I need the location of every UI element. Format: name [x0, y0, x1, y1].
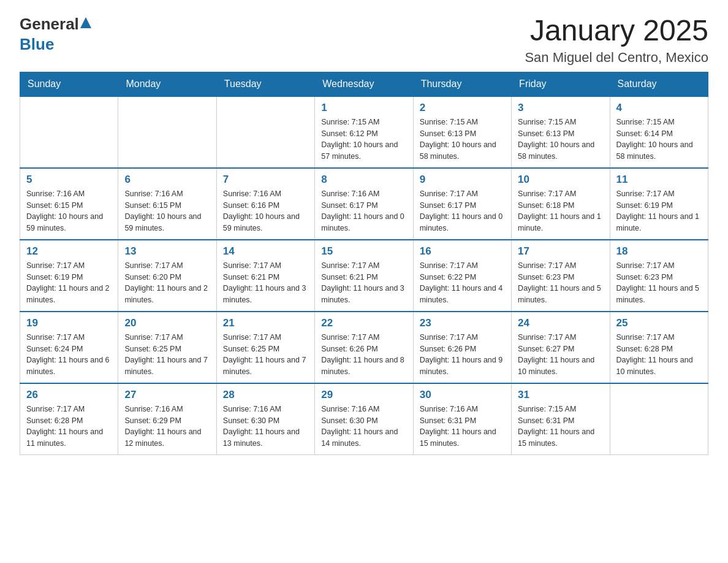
calendar-day-header: Sunday	[20, 72, 118, 96]
day-number: 24	[518, 317, 603, 329]
calendar-cell: 4Sunrise: 7:15 AMSunset: 6:14 PMDaylight…	[610, 96, 708, 168]
day-number: 10	[518, 174, 603, 186]
day-info: Sunrise: 7:17 AMSunset: 6:21 PMDaylight:…	[223, 260, 308, 306]
day-number: 29	[321, 389, 406, 401]
calendar-cell: 19Sunrise: 7:17 AMSunset: 6:24 PMDayligh…	[20, 312, 118, 383]
calendar-cell: 11Sunrise: 7:17 AMSunset: 6:19 PMDayligh…	[610, 168, 708, 240]
title-block: January 2025 San Miguel del Centro, Mexi…	[525, 15, 708, 66]
calendar-week-row: 5Sunrise: 7:16 AMSunset: 6:15 PMDaylight…	[20, 168, 708, 240]
calendar-day-header: Friday	[512, 72, 610, 96]
calendar-cell: 12Sunrise: 7:17 AMSunset: 6:19 PMDayligh…	[20, 240, 118, 312]
calendar-day-header: Wednesday	[315, 72, 413, 96]
calendar-cell: 16Sunrise: 7:17 AMSunset: 6:22 PMDayligh…	[413, 240, 511, 312]
calendar-week-row: 12Sunrise: 7:17 AMSunset: 6:19 PMDayligh…	[20, 240, 708, 312]
day-number: 11	[616, 174, 702, 186]
calendar-header-row: SundayMondayTuesdayWednesdayThursdayFrid…	[20, 72, 708, 96]
calendar-day-header: Tuesday	[216, 72, 314, 96]
day-info: Sunrise: 7:16 AMSunset: 6:30 PMDaylight:…	[321, 404, 406, 450]
day-info: Sunrise: 7:17 AMSunset: 6:19 PMDaylight:…	[26, 260, 112, 306]
day-number: 27	[124, 389, 210, 401]
calendar-cell: 5Sunrise: 7:16 AMSunset: 6:15 PMDaylight…	[20, 168, 118, 240]
subtitle: San Miguel del Centro, Mexico	[525, 50, 708, 66]
calendar-week-row: 1Sunrise: 7:15 AMSunset: 6:12 PMDaylight…	[20, 96, 708, 168]
calendar-cell: 13Sunrise: 7:17 AMSunset: 6:20 PMDayligh…	[118, 240, 216, 312]
calendar-cell	[216, 96, 314, 168]
calendar-cell: 29Sunrise: 7:16 AMSunset: 6:30 PMDayligh…	[315, 383, 413, 455]
day-number: 23	[420, 317, 505, 329]
calendar-cell: 18Sunrise: 7:17 AMSunset: 6:23 PMDayligh…	[610, 240, 708, 312]
calendar-cell	[20, 96, 118, 168]
main-title: January 2025	[525, 15, 708, 47]
day-info: Sunrise: 7:17 AMSunset: 6:19 PMDaylight:…	[616, 188, 702, 234]
day-number: 18	[616, 245, 702, 258]
day-info: Sunrise: 7:15 AMSunset: 6:12 PMDaylight:…	[321, 117, 406, 163]
day-info: Sunrise: 7:16 AMSunset: 6:17 PMDaylight:…	[321, 188, 406, 234]
day-info: Sunrise: 7:17 AMSunset: 6:18 PMDaylight:…	[518, 188, 603, 234]
day-number: 14	[223, 245, 308, 258]
day-number: 28	[223, 389, 308, 401]
day-number: 8	[321, 174, 406, 186]
day-number: 1	[321, 102, 406, 114]
day-info: Sunrise: 7:17 AMSunset: 6:28 PMDaylight:…	[616, 332, 702, 378]
day-info: Sunrise: 7:17 AMSunset: 6:21 PMDaylight:…	[321, 260, 406, 306]
calendar-cell: 26Sunrise: 7:17 AMSunset: 6:28 PMDayligh…	[20, 383, 118, 455]
calendar-cell: 9Sunrise: 7:17 AMSunset: 6:17 PMDaylight…	[413, 168, 511, 240]
day-info: Sunrise: 7:15 AMSunset: 6:13 PMDaylight:…	[518, 117, 603, 163]
calendar-cell: 14Sunrise: 7:17 AMSunset: 6:21 PMDayligh…	[216, 240, 314, 312]
day-number: 13	[124, 245, 210, 258]
day-number: 3	[518, 102, 603, 114]
day-info: Sunrise: 7:15 AMSunset: 6:14 PMDaylight:…	[616, 117, 702, 163]
calendar-cell: 31Sunrise: 7:15 AMSunset: 6:31 PMDayligh…	[512, 383, 610, 455]
logo-triangle-icon	[80, 13, 91, 33]
day-number: 20	[124, 317, 210, 329]
day-number: 16	[420, 245, 505, 258]
day-info: Sunrise: 7:17 AMSunset: 6:26 PMDaylight:…	[321, 332, 406, 378]
day-number: 12	[26, 245, 112, 258]
day-info: Sunrise: 7:17 AMSunset: 6:27 PMDaylight:…	[518, 332, 603, 378]
day-info: Sunrise: 7:17 AMSunset: 6:24 PMDaylight:…	[26, 332, 112, 378]
day-info: Sunrise: 7:17 AMSunset: 6:23 PMDaylight:…	[518, 260, 603, 306]
calendar-day-header: Thursday	[413, 72, 511, 96]
day-number: 4	[616, 102, 702, 114]
day-info: Sunrise: 7:17 AMSunset: 6:20 PMDaylight:…	[124, 260, 210, 306]
day-info: Sunrise: 7:17 AMSunset: 6:22 PMDaylight:…	[420, 260, 505, 306]
calendar-day-header: Monday	[118, 72, 216, 96]
day-info: Sunrise: 7:15 AMSunset: 6:13 PMDaylight:…	[420, 117, 505, 163]
logo-general: General	[20, 15, 79, 33]
calendar-cell: 7Sunrise: 7:16 AMSunset: 6:16 PMDaylight…	[216, 168, 314, 240]
calendar-cell	[610, 383, 708, 455]
day-info: Sunrise: 7:17 AMSunset: 6:17 PMDaylight:…	[420, 188, 505, 234]
calendar-header: SundayMondayTuesdayWednesdayThursdayFrid…	[20, 72, 708, 96]
svg-marker-0	[80, 17, 91, 28]
day-number: 26	[26, 389, 112, 401]
day-info: Sunrise: 7:16 AMSunset: 6:15 PMDaylight:…	[26, 188, 112, 234]
day-info: Sunrise: 7:16 AMSunset: 6:31 PMDaylight:…	[420, 404, 505, 450]
day-info: Sunrise: 7:17 AMSunset: 6:23 PMDaylight:…	[616, 260, 702, 306]
day-number: 19	[26, 317, 112, 329]
day-info: Sunrise: 7:16 AMSunset: 6:16 PMDaylight:…	[223, 188, 308, 234]
calendar-cell: 27Sunrise: 7:16 AMSunset: 6:29 PMDayligh…	[118, 383, 216, 455]
day-info: Sunrise: 7:17 AMSunset: 6:25 PMDaylight:…	[124, 332, 210, 378]
day-number: 5	[26, 174, 112, 186]
calendar-cell: 8Sunrise: 7:16 AMSunset: 6:17 PMDaylight…	[315, 168, 413, 240]
calendar-cell: 24Sunrise: 7:17 AMSunset: 6:27 PMDayligh…	[512, 312, 610, 383]
calendar-cell: 10Sunrise: 7:17 AMSunset: 6:18 PMDayligh…	[512, 168, 610, 240]
day-info: Sunrise: 7:17 AMSunset: 6:25 PMDaylight:…	[223, 332, 308, 378]
calendar-day-header: Saturday	[610, 72, 708, 96]
calendar-week-row: 19Sunrise: 7:17 AMSunset: 6:24 PMDayligh…	[20, 312, 708, 383]
day-number: 15	[321, 245, 406, 258]
day-number: 31	[518, 389, 603, 401]
day-number: 21	[223, 317, 308, 329]
day-info: Sunrise: 7:17 AMSunset: 6:28 PMDaylight:…	[26, 404, 112, 450]
day-number: 6	[124, 174, 210, 186]
calendar-body: 1Sunrise: 7:15 AMSunset: 6:12 PMDaylight…	[20, 96, 708, 455]
calendar-cell: 20Sunrise: 7:17 AMSunset: 6:25 PMDayligh…	[118, 312, 216, 383]
day-number: 9	[420, 174, 505, 186]
calendar-cell: 21Sunrise: 7:17 AMSunset: 6:25 PMDayligh…	[216, 312, 314, 383]
day-info: Sunrise: 7:17 AMSunset: 6:26 PMDaylight:…	[420, 332, 505, 378]
logo-blue: Blue	[20, 35, 54, 53]
page-header: General Blue January 2025 San Miguel del…	[20, 15, 708, 66]
day-number: 2	[420, 102, 505, 114]
calendar-cell: 23Sunrise: 7:17 AMSunset: 6:26 PMDayligh…	[413, 312, 511, 383]
logo: General Blue	[20, 15, 91, 54]
